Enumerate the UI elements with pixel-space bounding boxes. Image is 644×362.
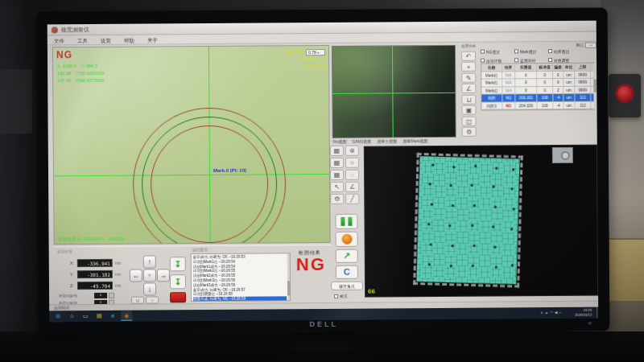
edit-icon[interactable]: ✎ — [461, 72, 476, 82]
gear-icon[interactable]: ⚙ — [330, 194, 344, 204]
jog-center-button[interactable]: + — [143, 269, 156, 282]
view-tab[interactable]: 测量Mark视图 — [402, 138, 427, 143]
emergency-stop-button[interactable] — [615, 84, 634, 103]
secondary-camera-view[interactable] — [332, 45, 456, 138]
jog-right-button[interactable]: → — [157, 269, 170, 282]
jump-button[interactable]: ↗ — [336, 249, 358, 263]
delete-icon[interactable]: × — [461, 62, 476, 72]
grid-view-icon[interactable]: ▦ — [330, 146, 344, 156]
run-pause-button[interactable] — [335, 214, 357, 229]
calibrate-checkbox-row[interactable]: 校正 — [334, 294, 348, 298]
tray-expand-icon[interactable]: ∧ — [540, 308, 543, 318]
view-tab[interactable]: Fix视图 — [333, 139, 347, 144]
axis-unit: mm — [115, 283, 122, 287]
scrollbar-thumb[interactable] — [593, 80, 597, 93]
fiducial-dot — [494, 246, 497, 249]
measure-app-icon[interactable]: ◉ — [121, 311, 132, 321]
checkbox-box[interactable] — [481, 59, 485, 63]
move-tool-icon[interactable]: ↖ — [330, 182, 344, 192]
results-table: 名称结果实测值标准值偏差单位上限Mark灯N/A000um9999Mark灯N/… — [481, 63, 594, 111]
overlay-rows: X显示值78Y显示值8 — [285, 56, 325, 70]
shield-icon[interactable]: ▲ — [545, 308, 549, 318]
image-icon[interactable]: ▣ — [461, 105, 476, 115]
table-cell: Mark灯 — [481, 87, 502, 94]
fiducial-dot — [492, 186, 494, 188]
menu-item[interactable]: 文件 — [47, 35, 71, 46]
main-camera-view[interactable]: NG X: 1936.5 Y: 984.3139.98 7756.6653339… — [52, 45, 331, 245]
menu-item[interactable]: 设置 — [94, 35, 118, 46]
view-tabs: Fix视图CAM1视图测量主视图测量Mark视图 — [333, 138, 434, 144]
dotted-circle-icon[interactable]: ◌ — [345, 170, 359, 180]
fiducial-dot — [452, 166, 455, 168]
table-scrollbar[interactable] — [593, 64, 597, 109]
task-view-icon[interactable]: ▭ — [80, 311, 91, 321]
table-cell: 0 — [537, 79, 553, 86]
view-tab[interactable]: 测量主视图 — [377, 138, 397, 143]
scrollbar-thumb[interactable] — [287, 281, 290, 295]
checkbox-item[interactable]: 对焦调整 — [548, 57, 582, 62]
trash-icon[interactable]: ⊔ — [461, 94, 476, 104]
grid-edit-icon[interactable]: ▦ — [330, 158, 344, 168]
start-button[interactable]: ⊞ — [52, 311, 64, 321]
pcb-panel — [416, 156, 519, 284]
checkbox-label: 监测实时 — [520, 58, 535, 63]
circle-tool-icon[interactable]: ○ — [345, 158, 359, 168]
platform-load-button-1[interactable]: ↧ — [170, 257, 186, 271]
menu-item[interactable]: 工具 — [71, 35, 94, 46]
caliper-icon[interactable]: ∠ — [345, 182, 359, 192]
serial-select[interactable]: — — [585, 43, 597, 48]
network-icon[interactable]: ◠ — [550, 308, 553, 318]
clock[interactable]: 16:26 2020/10/12 — [575, 308, 592, 318]
overlay-label: Y显示值 — [303, 64, 320, 68]
ring-icon[interactable]: ○ — [146, 296, 159, 303]
line-tool-icon[interactable]: ╱ — [345, 194, 359, 204]
checkbox-box[interactable] — [548, 58, 552, 62]
settings-gear-icon[interactable]: ⚙ — [462, 127, 477, 137]
move-to-corner-button[interactable]: 移至角点 — [331, 282, 363, 290]
power-led[interactable] — [588, 322, 592, 325]
table-row[interactable]: 间距1NG204.326100-4um112 — [481, 101, 593, 109]
target-icon[interactable]: ⊕ — [345, 146, 359, 156]
zoom-select[interactable]: 0.78 ▾ — [306, 49, 325, 56]
log-scrollbar[interactable] — [287, 253, 290, 300]
more-button[interactable] — [109, 293, 114, 298]
crosshair-horizontal — [332, 93, 455, 94]
jog-down-button[interactable]: ↓ — [143, 282, 156, 295]
table-cell: 112 — [575, 101, 591, 109]
fiducial-dot — [429, 243, 431, 245]
probe-icon[interactable]: ∪ — [131, 297, 144, 304]
undo-icon[interactable]: ↶ — [461, 51, 476, 60]
jog-up-button[interactable]: ↑ — [143, 255, 156, 268]
edge-browser-icon[interactable]: e — [107, 311, 118, 321]
checkbox-box[interactable] — [514, 58, 518, 62]
view-tab[interactable]: CAM1视图 — [352, 139, 371, 144]
checkbox-item[interactable]: 监测实时 — [514, 58, 548, 63]
search-icon[interactable]: ○ — [66, 311, 77, 321]
jog-left-button[interactable]: ← — [130, 269, 142, 282]
c-reset-button[interactable]: C — [336, 265, 358, 279]
angle-measure-icon[interactable]: ∠ — [461, 84, 476, 93]
fiducial-dot — [471, 224, 473, 227]
app-logo-icon — [52, 27, 58, 33]
save-icon[interactable]: ◫ — [462, 116, 477, 125]
stop-record-button[interactable] — [336, 232, 358, 247]
table-cell: N/A — [502, 79, 515, 86]
table-cell: 9999 — [575, 71, 591, 78]
volume-icon[interactable]: ◀ — [555, 308, 558, 318]
monitor-stand-base — [251, 352, 393, 360]
alert-icon[interactable]: ● — [559, 308, 561, 318]
run-log[interactable]: 标定成功, 结果为: OK --16:26:53运动到Mark1位 --16:2… — [191, 253, 291, 302]
show-desktop-button[interactable] — [597, 307, 598, 319]
table-cell: 112 — [575, 94, 591, 101]
file-explorer-icon[interactable]: ▤ — [93, 311, 105, 321]
menu-item[interactable]: 关于 — [141, 35, 164, 45]
table-cell: 间距1 — [481, 102, 502, 109]
checkbox-box[interactable] — [334, 294, 338, 298]
stop-red-button[interactable] — [170, 292, 186, 302]
menu-item[interactable]: 帮助 — [118, 35, 141, 46]
table-cell: -4 — [553, 94, 564, 101]
panel-map-view[interactable]: 66 — [364, 145, 598, 298]
platform-load-button-2[interactable]: ↧ — [170, 274, 186, 289]
checkbox-item[interactable]: 自动计数 — [481, 58, 514, 63]
grid-add-icon[interactable]: ▦ — [330, 170, 344, 180]
